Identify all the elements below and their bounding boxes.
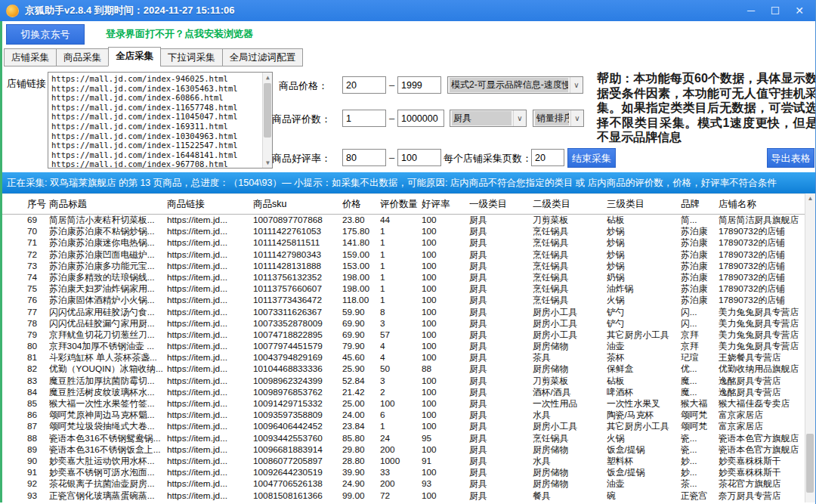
table-row[interactable]: 92茶花银离子抗菌油壶厨房...https://item.jd...100477… <box>2 478 815 490</box>
cell-cat2: 酒杯/酒具 <box>533 387 607 398</box>
cell-price: 79.90 <box>342 341 380 352</box>
table-row[interactable]: 72苏泊康苏泊康凹面电磁炉...https://item.jd...101114… <box>2 249 815 261</box>
scroll-up-icon[interactable]: ▲ <box>805 193 815 203</box>
cell-cat3: 陶瓷/马克杯 <box>607 410 681 421</box>
reviews-min-input[interactable] <box>342 110 386 127</box>
table-row[interactable]: 93正瓷宫钢化玻璃蒸蛋碗蒸...https://item.jd...100815… <box>2 490 815 502</box>
column-header-8[interactable]: 二级类目 <box>533 198 607 211</box>
column-header-3[interactable]: 商品sku <box>253 198 342 211</box>
pages-per-shop-input[interactable] <box>531 149 564 166</box>
cell-shop: 逸酩厨具专营店 <box>719 387 815 398</box>
rating-min-input[interactable] <box>342 149 386 166</box>
table-row[interactable]: 79京拜鱿鱼切花刀切葱丝刀...https://item.jd...100747… <box>2 329 815 341</box>
cell-shop: 17890732的店铺 <box>719 237 815 249</box>
reviews-label: 商品评价数： <box>272 113 331 126</box>
reviews-max-input[interactable] <box>397 110 444 127</box>
urlbox-scrollbar[interactable]: ▲ ▼ <box>262 73 272 168</box>
tab-4[interactable]: 全局过滤词配置 <box>222 48 304 66</box>
mode-select[interactable]: 模式2-可显示品牌信息-速度慢 ∨ <box>447 76 583 94</box>
cell-brand: 瓷... <box>681 433 719 444</box>
table-scrollbar[interactable]: ▲ <box>805 193 815 502</box>
scroll-up-icon[interactable]: ▲ <box>263 73 273 82</box>
column-header-4[interactable]: 价格 <box>342 198 380 211</box>
table-row[interactable]: 83魔豆胜活加厚抗菌防霉切...https://item.jd...100989… <box>2 376 815 387</box>
table-row[interactable]: 73苏泊康苏泊康多功能元宝...https://item.jd...101114… <box>2 261 815 272</box>
table-row[interactable]: 78闪闪优品硅胶漏勺家用厨...https://item.jd...100733… <box>2 318 815 329</box>
cell-cat2: 烹饪锅具 <box>533 433 607 444</box>
cell-cat3: 火锅 <box>607 295 681 306</box>
cell-price: 175.80 <box>342 226 380 237</box>
cell-brand: 京拜 <box>681 329 719 341</box>
table-row[interactable]: 84魔豆胜活树皮纹玻璃杯水...https://item.jd...100989… <box>2 387 815 398</box>
cell-sku: 10074718822895 <box>253 329 342 341</box>
close-icon[interactable]: ✕ <box>790 3 809 18</box>
cell-title: 茶花银离子抗菌油壶厨房... <box>49 478 167 490</box>
cell-link: https://item.jd... <box>167 352 253 363</box>
cell-cat3: 火锅 <box>607 433 681 444</box>
price-max-input[interactable] <box>397 76 441 94</box>
table-row[interactable]: 81斗彩鸡缸杯 单人茶杯茶盏...https://item.jd...10043… <box>2 352 815 363</box>
cell-sku: 10111422761053 <box>253 226 342 237</box>
cell-rating: 100 <box>422 352 469 363</box>
table-row[interactable]: 75苏泊康天妇罗油炸锅家用...https://item.jd...101137… <box>2 283 815 295</box>
cell-price: 69.90 <box>342 329 380 341</box>
cell-shop: 富京家居店 <box>719 421 815 432</box>
tab-0[interactable]: 店铺采集 <box>4 48 57 66</box>
tab-bar: 店铺采集商品采集全店采集下拉词采集全局过滤词配置 <box>0 47 815 66</box>
collect-settings-panel: 店铺链接： https://mall.jd.com/index-946025.h… <box>0 66 815 172</box>
cell-reviews: 200 <box>380 444 422 456</box>
cell-link: https://item.jd... <box>167 433 253 444</box>
table-row[interactable]: 90妙奕嘉大肚运动饮用水杯...https://item.jd...100860… <box>2 456 815 467</box>
rating-label: 商品好评率： <box>272 152 331 165</box>
table-row[interactable]: 88瓷语本色316不锈钢鸳鸯锅...https://item.jd...1009… <box>2 433 815 444</box>
sort-select[interactable]: 销量排序 ∨ <box>533 110 584 127</box>
table-row[interactable]: 77闪闪优品家用硅胶汤勺食...https://item.jd...100733… <box>2 307 815 318</box>
cell-link: https://item.jd... <box>167 490 253 502</box>
switch-jd-account-button[interactable]: 切换京东号 <box>6 24 85 45</box>
rating-max-input[interactable] <box>397 149 441 166</box>
table-row[interactable]: 74苏泊康多精致的珐琅锅线...https://item.jd...101137… <box>2 272 815 283</box>
cell-brand: 颂呵梵 <box>681 421 719 432</box>
cell-title: 魔豆胜活树皮纹玻璃杯水... <box>49 387 167 398</box>
table-row[interactable]: 89瓷语本色316不锈钢饭盒上...https://item.jd...1009… <box>2 444 815 456</box>
tab-3[interactable]: 下拉词采集 <box>160 48 223 66</box>
price-min-input[interactable] <box>342 76 386 94</box>
column-header-1[interactable]: 商品标题 <box>49 198 167 211</box>
column-header-2[interactable]: 商品链接 <box>167 198 253 211</box>
maximize-icon[interactable]: ☐ <box>765 3 785 18</box>
cell-title: 苏泊康天妇罗油炸锅家用... <box>49 283 167 295</box>
column-header-0[interactable]: 序号 <box>27 198 49 211</box>
table-row[interactable]: 70苏泊康苏泊康不粘锅炒锅...https://item.jd...101114… <box>2 226 815 237</box>
cell-reviews: 50 <box>380 363 422 375</box>
cell-cat2: 烹饪锅具 <box>533 249 607 261</box>
table-row[interactable]: 71苏泊康苏泊康迷你电热锅...https://item.jd...101114… <box>2 237 815 249</box>
shop-links-input[interactable]: https://mall.jd.com/index-946025.html ht… <box>48 72 273 169</box>
column-header-6[interactable]: 好评率 <box>422 198 469 211</box>
column-header-7[interactable]: 一级类目 <box>469 198 533 211</box>
table-row[interactable]: 76苏泊康固体酒精炉小火锅...https://item.jd...101137… <box>2 295 815 306</box>
table-row[interactable]: 85猴大福一次性水果签竹签...https://item.jd...100914… <box>2 398 815 410</box>
tab-1[interactable]: 商品采集 <box>56 48 109 66</box>
cell-sku: 10047706526138 <box>253 478 342 490</box>
table-row[interactable]: 91妙奕嘉不锈钢可沥水泡面...https://item.jd...100926… <box>2 467 815 478</box>
table-row[interactable]: 69简居简洁小麦秸秆切菜板...https://item.jd...100708… <box>2 215 815 226</box>
cell-shop: 17890732的店铺 <box>719 261 815 272</box>
cell-seq: 77 <box>27 307 49 318</box>
tab-2[interactable]: 全店采集 <box>108 47 161 66</box>
column-header-5[interactable]: 评价数量 <box>380 198 422 211</box>
cell-cat1: 厨具 <box>469 410 533 421</box>
cell-sku: 10043794829169 <box>253 352 342 363</box>
install-browser-link[interactable]: 登录界面打不开？点我安装浏览器 <box>106 27 253 41</box>
table-row[interactable]: 86颂呵梵原神周边马克杯魈...https://item.jd...100935… <box>2 410 815 421</box>
category-select[interactable]: 厨具 ∨ <box>450 110 527 127</box>
table-row[interactable]: 87颂呵梵垃圾袋抽绳式大卷...https://item.jd...100964… <box>2 421 815 432</box>
table-row[interactable]: 82优勤（YOUQIN）冰箱收纳...https://item.jd...101… <box>2 363 815 375</box>
column-header-10[interactable]: 品牌 <box>681 198 719 211</box>
cell-link: https://item.jd... <box>167 295 253 306</box>
minimize-icon[interactable]: ─ <box>741 3 761 18</box>
cell-sku: 10070897707868 <box>253 215 342 226</box>
cell-shop: 妙奕嘉秼秼斯干 <box>719 467 815 478</box>
table-row[interactable]: 80京拜304加厚不锈钢油壶 ...https://item.jd...1007… <box>2 341 815 352</box>
column-header-11[interactable]: 店铺名称 <box>719 198 815 211</box>
column-header-9[interactable]: 三级类目 <box>607 198 681 211</box>
